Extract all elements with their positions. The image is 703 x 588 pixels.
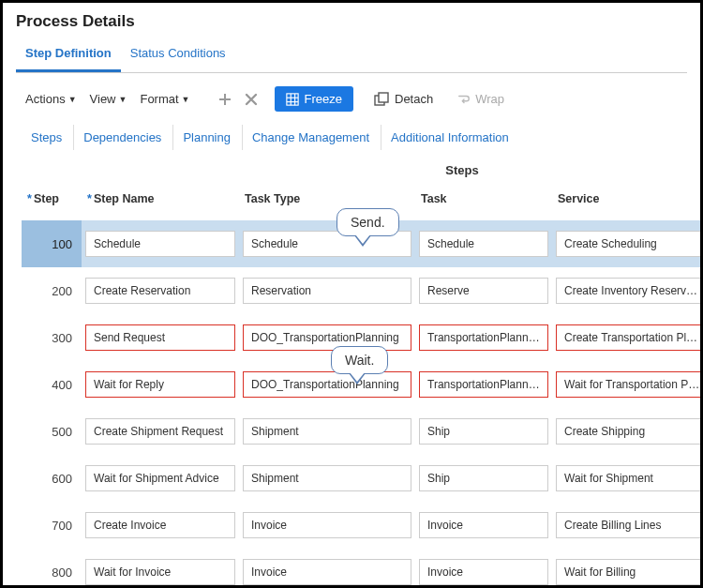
cell-service[interactable]: Wait for Shipment [556, 465, 703, 491]
plus-icon [217, 92, 232, 107]
cell-step-name[interactable]: Wait for Shipment Advice [85, 465, 235, 491]
callout-send: Send. [337, 208, 399, 236]
cell-step-name[interactable]: Create Invoice [85, 512, 235, 538]
cell-step: 300 [22, 314, 82, 361]
cell-step: 500 [22, 408, 82, 455]
cell-step: 200 [22, 267, 82, 314]
view-menu[interactable]: View ▼ [86, 90, 131, 108]
subtab-dependencies[interactable]: Dependencies [73, 125, 171, 150]
cell-task[interactable]: TransportationPlanning [419, 324, 548, 351]
view-label: View [90, 92, 116, 106]
table-row[interactable]: 200 Create Reservation Reservation Reser… [22, 267, 703, 314]
cell-step-name[interactable]: Wait for Invoice [85, 559, 235, 585]
cell-service[interactable]: Create Transportation Planning [556, 324, 703, 351]
cell-task-type[interactable]: DOO_TransportationPlanning [243, 371, 411, 398]
cell-task-type[interactable]: DOO_TransportationPlanning [243, 324, 411, 351]
cell-task[interactable]: Ship [419, 418, 548, 445]
subtab-steps[interactable]: Steps [22, 125, 71, 150]
detach-label: Detach [395, 92, 433, 106]
caret-down-icon: ▼ [119, 95, 127, 104]
cell-step-name[interactable]: Send Request [85, 324, 235, 351]
cell-task-type[interactable]: Shipment [243, 465, 411, 491]
table-row[interactable]: 600 Wait for Shipment Advice Shipment Sh… [22, 455, 703, 502]
subtab-change-management[interactable]: Change Management [242, 125, 379, 150]
add-button[interactable] [215, 89, 235, 110]
subtab-planning[interactable]: Planning [172, 125, 240, 150]
grid-icon [286, 93, 299, 106]
wrap-label: Wrap [475, 92, 504, 106]
cell-service[interactable]: Wait for Billing [556, 559, 703, 585]
caret-down-icon: ▼ [68, 95, 77, 104]
cell-step: 400 [22, 361, 82, 408]
column-group-header-steps: Steps [237, 159, 687, 181]
cell-task-type[interactable]: Reservation [243, 278, 411, 304]
cell-step: 700 [22, 502, 82, 549]
svg-rect-6 [379, 93, 388, 102]
page-title: Process Details [16, 12, 687, 31]
cell-task[interactable]: TransportationPlanning [419, 371, 548, 398]
cell-task-type[interactable]: Invoice [243, 512, 411, 538]
detach-button[interactable]: Detach [368, 88, 439, 111]
cell-task[interactable]: Schedule [419, 231, 548, 257]
col-header-step[interactable]: Step [22, 181, 82, 220]
cell-service[interactable]: Create Billing Lines [556, 512, 703, 538]
wrap-icon [457, 93, 471, 106]
cell-task[interactable]: Invoice [419, 512, 548, 538]
cell-service[interactable]: Create Scheduling [556, 231, 703, 257]
caret-down-icon: ▼ [182, 95, 190, 104]
actions-label: Actions [25, 92, 66, 106]
cell-step: 600 [22, 455, 82, 502]
cell-step-name[interactable]: Create Reservation [85, 278, 235, 304]
cell-service[interactable]: Create Shipping [556, 418, 703, 445]
actions-menu[interactable]: Actions ▼ [22, 90, 81, 108]
x-icon [244, 92, 259, 107]
delete-button[interactable] [241, 89, 262, 110]
toolbar: Actions ▼ View ▼ Format ▼ Freeze Detach … [16, 86, 687, 112]
main-tabs: Step Definition Status Conditions [16, 38, 687, 73]
cell-task[interactable]: Invoice [419, 559, 548, 585]
table-row[interactable]: 800 Wait for Invoice Invoice Invoice Wai… [22, 549, 703, 588]
subtab-additional-information[interactable]: Additional Information [381, 125, 518, 150]
cell-step-name[interactable]: Wait for Reply [85, 371, 235, 398]
sub-tabs: Steps Dependencies Planning Change Manag… [16, 125, 687, 150]
format-label: Format [140, 92, 178, 106]
format-menu[interactable]: Format ▼ [136, 90, 193, 108]
freeze-label: Freeze [305, 92, 342, 106]
col-header-service[interactable]: Service [552, 181, 703, 220]
cell-task[interactable]: Reserve [419, 278, 548, 304]
cell-service[interactable]: Wait for Transportation Planning [556, 371, 703, 398]
table-row[interactable]: 700 Create Invoice Invoice Invoice Creat… [22, 502, 703, 549]
cell-step: 800 [22, 549, 82, 588]
cell-task[interactable]: Ship [419, 465, 548, 491]
col-header-task[interactable]: Task [415, 181, 552, 220]
cell-task-type[interactable]: Shipment [243, 418, 411, 445]
table-row[interactable]: 500 Create Shipment Request Shipment Shi… [22, 408, 703, 455]
cell-step-name[interactable]: Create Shipment Request [85, 418, 235, 445]
tab-step-definition[interactable]: Step Definition [16, 38, 121, 72]
cell-step: 100 [22, 220, 82, 267]
tab-status-conditions[interactable]: Status Conditions [121, 38, 235, 72]
cell-step-name[interactable]: Schedule [85, 231, 235, 257]
wrap-button: Wrap [452, 88, 510, 110]
detach-icon [374, 92, 389, 107]
freeze-button[interactable]: Freeze [275, 86, 353, 112]
cell-service[interactable]: Create Inventory Reservation [556, 278, 703, 304]
svg-rect-0 [286, 93, 297, 104]
cell-task-type[interactable]: Invoice [243, 559, 411, 585]
col-header-step-name[interactable]: Step Name [82, 181, 239, 220]
callout-wait: Wait. [331, 346, 388, 374]
